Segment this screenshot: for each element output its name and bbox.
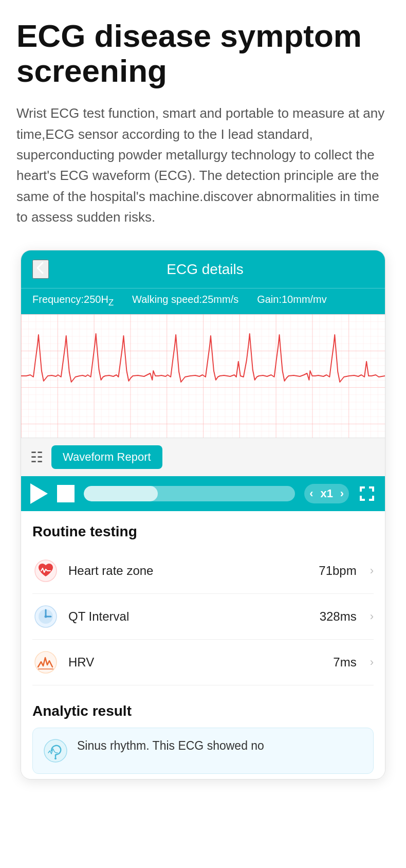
routine-testing-section: Routine testing Heart rate zone 71bpm › [21, 511, 385, 691]
svg-rect-4 [360, 486, 362, 492]
frequency-label: Frequency:250HZ [32, 294, 114, 308]
speed-decrease-button[interactable]: ‹ [309, 487, 313, 500]
svg-point-15 [35, 652, 57, 673]
gain-label: Gain:10mm/mv [257, 294, 327, 305]
qt-interval-label: QT Interval [68, 609, 310, 624]
heart-rate-icon [32, 557, 59, 584]
analytic-section-title: Analytic result [32, 703, 374, 719]
analytic-result-section: Analytic result Sinus rhythm. This ECG s… [21, 691, 385, 779]
hrv-icon [32, 649, 59, 676]
speed-control: ‹ x1 › [304, 484, 349, 503]
svg-rect-8 [360, 496, 362, 501]
stop-button[interactable] [57, 485, 75, 502]
svg-rect-2 [21, 314, 385, 438]
svg-point-18 [54, 757, 57, 760]
play-button[interactable] [30, 483, 48, 504]
qt-interval-value: 328ms [320, 609, 357, 624]
progress-bar[interactable] [84, 486, 295, 501]
qt-interval-icon [32, 603, 59, 630]
waveform-report-button[interactable]: Waveform Report [51, 445, 162, 469]
page-title: ECG disease symptom screening [16, 19, 390, 88]
hrv-label: HRV [68, 655, 324, 670]
fullscreen-button[interactable] [358, 485, 376, 502]
routine-section-title: Routine testing [32, 523, 374, 540]
progress-fill [84, 486, 158, 501]
analytic-icon [42, 737, 69, 764]
walking-speed-label: Walking speed:25mm/s [132, 294, 238, 305]
page-description: Wrist ECG test function, smart and porta… [16, 103, 390, 227]
analytic-card: Sinus rhythm. This ECG showed no [32, 728, 374, 774]
ecg-header-title: ECG details [57, 261, 353, 278]
heart-rate-label: Heart rate zone [68, 564, 309, 578]
svg-rect-6 [372, 486, 374, 492]
qt-interval-row[interactable]: QT Interval 328ms › [32, 594, 374, 640]
speed-value: x1 [318, 487, 336, 500]
report-list-icon: ☷ [30, 449, 43, 466]
playback-controls: ‹ x1 › [21, 476, 385, 511]
app-mockup: ECG details Frequency:250HZ Walking spee… [21, 250, 385, 780]
hrv-value: 7ms [333, 655, 356, 670]
back-button[interactable] [32, 260, 49, 279]
ecg-waveform-container [21, 314, 385, 438]
speed-increase-button[interactable]: › [340, 487, 344, 500]
waveform-bottom-bar: ☷ Waveform Report [21, 438, 385, 476]
heart-rate-row[interactable]: Heart rate zone 71bpm › [32, 548, 374, 594]
qt-interval-chevron: › [370, 610, 374, 623]
ecg-header: ECG details [21, 250, 385, 288]
svg-rect-10 [372, 496, 374, 501]
frequency-bar: Frequency:250HZ Walking speed:25mm/s Gai… [21, 288, 385, 314]
heart-rate-value: 71bpm [319, 564, 356, 578]
svg-point-14 [45, 616, 47, 618]
hrv-chevron: › [370, 656, 374, 669]
heart-rate-chevron: › [370, 564, 374, 577]
analytic-result-text: Sinus rhythm. This ECG showed no [77, 737, 264, 754]
hrv-row[interactable]: HRV 7ms › [32, 640, 374, 685]
